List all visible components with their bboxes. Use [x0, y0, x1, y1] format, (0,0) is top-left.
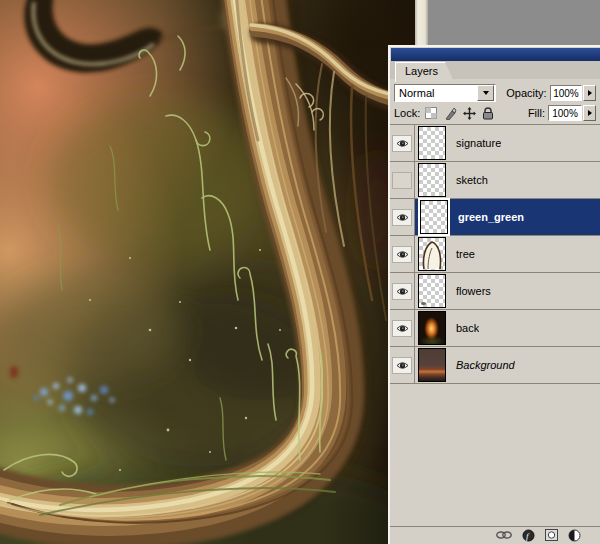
- blend-mode-value: Normal: [395, 87, 477, 99]
- adjustment-layer-icon[interactable]: [568, 529, 581, 542]
- tree-thumbnail-art: [419, 238, 445, 270]
- right-triangle: [588, 90, 592, 96]
- opacity-input[interactable]: 100%: [550, 85, 583, 101]
- down-triangle: [483, 91, 489, 95]
- visibility-toggle[interactable]: [390, 347, 415, 383]
- palette-tab-row: Layers: [390, 61, 600, 80]
- layer-row-main[interactable]: back: [415, 310, 600, 346]
- eye-well: [392, 357, 412, 374]
- document-scrollbar[interactable]: [415, 0, 428, 45]
- lock-image-icon[interactable]: [442, 106, 458, 121]
- opacity-slider-button[interactable]: [583, 85, 596, 101]
- fill-label: Fill:: [528, 107, 545, 119]
- layer-name: signature: [456, 137, 501, 149]
- palette-titlebar[interactable]: [391, 48, 600, 61]
- eye-icon: [396, 287, 409, 296]
- tab-layers[interactable]: Layers: [395, 62, 454, 82]
- layer-row-main[interactable]: green_green: [415, 199, 600, 235]
- eye-well: [392, 320, 412, 337]
- fill-slider-button[interactable]: [583, 105, 596, 121]
- layer-row[interactable]: tree: [390, 236, 600, 273]
- lock-all-icon[interactable]: [480, 106, 496, 121]
- visibility-toggle[interactable]: [390, 236, 415, 272]
- chevron-down-icon[interactable]: [477, 85, 494, 101]
- layer-thumbnail[interactable]: [420, 200, 448, 234]
- eye-well: [392, 283, 412, 300]
- lock-label: Lock:: [394, 107, 420, 119]
- visibility-toggle[interactable]: [390, 199, 415, 235]
- layer-thumbnail[interactable]: [418, 348, 446, 382]
- eye-icon: [396, 324, 409, 333]
- visibility-toggle[interactable]: [390, 125, 415, 161]
- tree-painting-art: [0, 0, 415, 544]
- layer-thumbnail[interactable]: [418, 126, 446, 160]
- layer-style-icon[interactable]: f: [522, 529, 535, 542]
- eye-icon: [396, 250, 409, 259]
- layer-thumbnail[interactable]: [418, 311, 446, 345]
- layer-name: sketch: [456, 174, 488, 186]
- lock-transparency-icon[interactable]: [423, 106, 439, 121]
- visibility-toggle[interactable]: [390, 162, 415, 198]
- eye-well: [392, 246, 412, 263]
- palette-controls: Normal Opacity: 100% Lock:: [390, 80, 600, 124]
- eye-well: [392, 135, 412, 152]
- layer-row[interactable]: sketch: [390, 162, 600, 199]
- layer-row-main[interactable]: tree: [415, 236, 600, 272]
- canvas-painting[interactable]: [0, 0, 415, 544]
- eye-icon: [396, 361, 409, 370]
- fill-input[interactable]: 100%: [548, 105, 582, 121]
- layer-row[interactable]: signature: [390, 125, 600, 162]
- layer-row[interactable]: flowers: [390, 273, 600, 310]
- layer-list: signature sketch: [390, 124, 600, 384]
- layer-name: tree: [456, 248, 475, 260]
- right-triangle: [588, 110, 592, 116]
- link-icon[interactable]: [496, 529, 512, 541]
- layer-row-main[interactable]: Background: [415, 347, 600, 383]
- layer-row[interactable]: back: [390, 310, 600, 347]
- layer-row-main[interactable]: flowers: [415, 273, 600, 309]
- tab-layers-label: Layers: [405, 65, 438, 77]
- eye-well: [392, 209, 412, 226]
- layers-palette: Layers Normal Opacity: 100% Lock:: [388, 45, 600, 544]
- layer-name: Background: [456, 359, 515, 371]
- layer-name: back: [456, 322, 479, 334]
- layer-row-main[interactable]: sketch: [415, 162, 600, 198]
- eye-icon: [396, 213, 409, 222]
- palette-bottom-buttons: f: [390, 526, 600, 544]
- opacity-label: Opacity:: [506, 87, 546, 99]
- photoshop-screen: Layers Normal Opacity: 100% Lock:: [0, 0, 600, 544]
- layer-thumbnail[interactable]: [418, 163, 446, 197]
- layer-name: flowers: [456, 285, 491, 297]
- layer-row-main[interactable]: signature: [415, 125, 600, 161]
- lock-position-icon[interactable]: [461, 106, 477, 121]
- blend-mode-select[interactable]: Normal: [394, 84, 496, 102]
- layer-thumbnail[interactable]: [418, 237, 446, 271]
- eye-well: [392, 172, 412, 189]
- visibility-toggle[interactable]: [390, 273, 415, 309]
- layer-mask-icon[interactable]: [545, 529, 558, 541]
- layer-row[interactable]: green_green: [390, 199, 600, 236]
- visibility-toggle[interactable]: [390, 310, 415, 346]
- layer-thumbnail[interactable]: [418, 274, 446, 308]
- eye-icon: [396, 139, 409, 148]
- layer-row[interactable]: Background: [390, 347, 600, 384]
- workspace-background: [428, 0, 600, 45]
- layer-name: green_green: [458, 211, 524, 223]
